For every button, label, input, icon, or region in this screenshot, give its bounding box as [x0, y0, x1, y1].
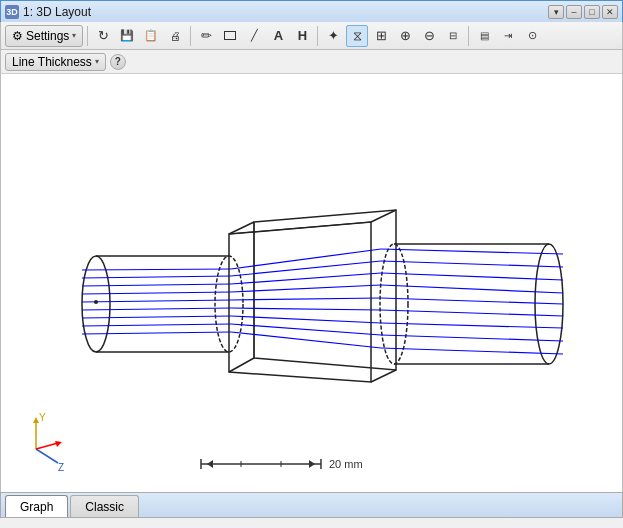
svg-text:Z: Z	[58, 462, 64, 473]
zoom-out-button[interactable]: ⊖	[418, 25, 440, 47]
tab-graph-label: Graph	[20, 500, 53, 514]
viewport-svg: Y Z 20 mm	[1, 74, 622, 492]
line-thickness-label: Line Thickness	[12, 55, 92, 69]
close-button[interactable]: ✕	[602, 5, 618, 19]
layers-button[interactable]: ▤	[473, 25, 495, 47]
rect-icon	[224, 31, 236, 40]
print-button[interactable]: 🖨	[164, 25, 186, 47]
line-icon: ╱	[251, 29, 258, 42]
svg-text:Y: Y	[39, 412, 46, 423]
import-icon: ⇥	[504, 30, 512, 41]
help-icon: ?	[115, 56, 121, 67]
tab-classic-label: Classic	[85, 500, 124, 514]
settings-arrow-icon: ▾	[72, 31, 76, 40]
svg-text:20 mm: 20 mm	[329, 458, 363, 470]
pen-icon: ✏	[201, 28, 212, 43]
zoom-fit-button[interactable]: ⊟	[442, 25, 464, 47]
zoom-out-icon: ⊖	[424, 28, 435, 43]
target-button[interactable]: ✦	[322, 25, 344, 47]
window-icon: 3D	[5, 5, 19, 19]
print-icon: 🖨	[170, 30, 181, 42]
toolbar-separator-3	[317, 26, 318, 46]
window-title: 1: 3D Layout	[23, 5, 91, 19]
dropdown-button[interactable]: ▾	[548, 5, 564, 19]
grid-icon: ⊞	[376, 28, 387, 43]
toolbar-separator-2	[190, 26, 191, 46]
copy-button[interactable]: 📋	[140, 25, 162, 47]
tab-bar: Graph Classic	[0, 492, 623, 518]
toolbar-separator-4	[468, 26, 469, 46]
settings-label: Settings	[26, 29, 69, 43]
pen-button[interactable]: ✏	[195, 25, 217, 47]
camera-icon: ⧖	[353, 28, 362, 44]
text-h-icon: H	[298, 28, 307, 43]
text-a-button[interactable]: A	[267, 25, 289, 47]
copy-icon: 📋	[144, 29, 158, 42]
target-icon: ✦	[328, 28, 339, 43]
tab-graph[interactable]: Graph	[5, 495, 68, 517]
layers-icon: ▤	[480, 30, 489, 41]
svg-point-44	[94, 300, 98, 304]
grid-button[interactable]: ⊞	[370, 25, 392, 47]
save-button[interactable]: 💾	[116, 25, 138, 47]
title-bar: 3D 1: 3D Layout ▾ – □ ✕	[0, 0, 623, 22]
text-h-button[interactable]: H	[291, 25, 313, 47]
save-icon: 💾	[120, 29, 134, 42]
secondary-toolbar: Line Thickness ▾ ?	[0, 50, 623, 74]
help-button[interactable]: ?	[110, 54, 126, 70]
text-a-icon: A	[274, 28, 283, 43]
maximize-button[interactable]: □	[584, 5, 600, 19]
import-button[interactable]: ⇥	[497, 25, 519, 47]
window-controls: ▾ – □ ✕	[548, 5, 618, 19]
clock-button[interactable]: ⊙	[521, 25, 543, 47]
refresh-icon: ↻	[98, 28, 109, 43]
line-thickness-button[interactable]: Line Thickness ▾	[5, 53, 106, 71]
line-button[interactable]: ╱	[243, 25, 265, 47]
line-thickness-arrow-icon: ▾	[95, 57, 99, 66]
tab-classic[interactable]: Classic	[70, 495, 139, 517]
main-toolbar: ⚙ Settings ▾ ↻ 💾 📋 🖨 ✏ ╱ A H ✦ ⧖ ⊞ ⊕	[0, 22, 623, 50]
refresh-button[interactable]: ↻	[92, 25, 114, 47]
viewport[interactable]: Y Z 20 mm	[0, 74, 623, 492]
toolbar-separator-1	[87, 26, 88, 46]
zoom-in-icon: ⊕	[400, 28, 411, 43]
rect-button[interactable]	[219, 25, 241, 47]
clock-icon: ⊙	[528, 29, 537, 42]
minimize-button[interactable]: –	[566, 5, 582, 19]
zoom-fit-icon: ⊟	[449, 30, 457, 41]
camera-button[interactable]: ⧖	[346, 25, 368, 47]
zoom-in-button[interactable]: ⊕	[394, 25, 416, 47]
settings-button[interactable]: ⚙ Settings ▾	[5, 25, 83, 47]
settings-icon: ⚙	[12, 29, 23, 43]
svg-rect-0	[1, 74, 622, 492]
